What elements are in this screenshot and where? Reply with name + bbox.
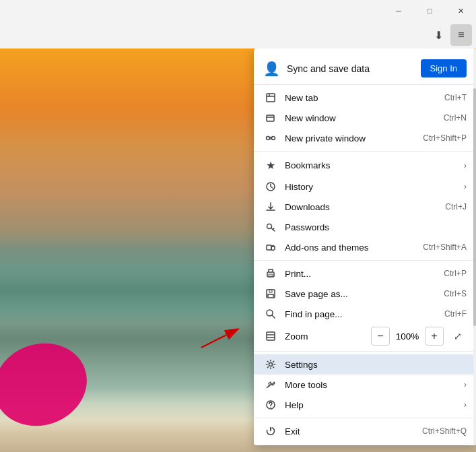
help-icon	[263, 399, 278, 410]
bookmarks-arrow: ›	[464, 161, 467, 170]
menu-item-help[interactable]: Help ›	[254, 395, 476, 415]
new-tab-icon	[263, 92, 278, 103]
menu-item-private-window[interactable]: New private window Ctrl+Shift+P	[254, 128, 476, 148]
new-window-icon	[263, 112, 278, 123]
svg-rect-3	[267, 94, 275, 102]
divider-1	[254, 151, 476, 152]
svg-point-0	[0, 331, 98, 439]
exit-icon	[263, 426, 278, 437]
svg-rect-15	[267, 245, 271, 250]
history-label: History	[285, 182, 458, 192]
save-page-label: Save page as...	[285, 289, 437, 299]
sync-icon: 👤	[263, 61, 280, 77]
menu-item-settings[interactable]: Settings	[254, 354, 476, 375]
private-window-shortcut: Ctrl+Shift+P	[423, 133, 467, 143]
zoom-row: Zoom − 100% + ⤢	[254, 324, 476, 348]
zoom-icon	[263, 331, 278, 342]
bookmarks-icon: ★	[263, 159, 278, 172]
download-button[interactable]: ⬇	[428, 24, 449, 46]
settings-label: Settings	[285, 360, 467, 370]
new-tab-shortcut: Ctrl+T	[444, 93, 467, 102]
sign-in-button[interactable]: Sign In	[421, 59, 467, 77]
sync-label: Sync and save data	[287, 63, 370, 74]
zoom-controls: − 100% + ⤢	[371, 327, 467, 346]
divider-2	[254, 260, 476, 261]
help-label: Help	[285, 400, 458, 410]
passwords-label: Passwords	[285, 222, 467, 232]
svg-point-9	[272, 137, 275, 140]
zoom-expand-button[interactable]: ⤢	[449, 327, 467, 345]
title-bar: ─ □ ✕	[0, 0, 476, 22]
menu-item-more-tools[interactable]: More tools ›	[254, 375, 476, 395]
new-window-label: New window	[285, 113, 437, 123]
browser-content: www.kkx.net 👤 Sync and save data Sign In…	[0, 49, 476, 452]
menu-item-print[interactable]: Print... Ctrl+P	[254, 263, 476, 284]
history-icon	[263, 181, 278, 192]
menu-item-exit[interactable]: Exit Ctrl+Shift+Q	[254, 421, 476, 441]
print-label: Print...	[285, 269, 437, 279]
passwords-icon	[263, 222, 278, 232]
find-icon	[263, 309, 278, 319]
menu-item-new-window[interactable]: New window Ctrl+N	[254, 108, 476, 128]
menu-item-save-page[interactable]: Save page as... Ctrl+S	[254, 284, 476, 304]
menu-scrollbar-thumb	[473, 88, 476, 326]
svg-rect-22	[267, 332, 275, 340]
menu-item-new-tab[interactable]: New tab Ctrl+T	[254, 88, 476, 108]
svg-point-8	[267, 137, 270, 140]
hamburger-icon: ≡	[458, 29, 464, 41]
minimize-button[interactable]: ─	[383, 0, 414, 22]
print-icon	[263, 268, 278, 279]
downloads-label: Downloads	[285, 202, 438, 212]
save-page-shortcut: Ctrl+S	[444, 289, 467, 298]
more-tools-arrow: ›	[464, 380, 467, 389]
addons-icon	[263, 242, 278, 253]
svg-point-25	[269, 363, 273, 366]
menu-item-downloads[interactable]: Downloads Ctrl+J	[254, 197, 476, 217]
menu-item-bookmarks[interactable]: ★ Bookmarks ›	[254, 154, 476, 176]
exit-shortcut: Ctrl+Shift+Q	[422, 426, 467, 436]
more-tools-icon	[263, 379, 278, 390]
help-arrow: ›	[464, 400, 467, 410]
exit-label: Exit	[285, 426, 415, 437]
zoom-out-button[interactable]: −	[371, 327, 390, 346]
zoom-in-button[interactable]: +	[425, 327, 444, 346]
private-window-icon	[263, 133, 278, 143]
pink-shape	[0, 317, 135, 452]
menu-button[interactable]: ≡	[450, 24, 472, 46]
history-arrow: ›	[464, 182, 467, 191]
download-icon: ⬇	[434, 29, 443, 42]
menu-item-passwords[interactable]: Passwords	[254, 217, 476, 237]
addons-label: Add-ons and themes	[285, 243, 416, 253]
menu-item-history[interactable]: History ›	[254, 176, 476, 197]
dropdown-menu: 👤 Sync and save data Sign In New tab Ctr…	[254, 49, 476, 445]
menu-scrollbar	[473, 49, 476, 445]
arrow-indicator	[199, 317, 239, 358]
downloads-icon	[263, 201, 278, 212]
sync-left: 👤 Sync and save data	[263, 61, 370, 77]
svg-line-14	[273, 228, 274, 230]
find-shortcut: Ctrl+F	[444, 309, 467, 319]
private-window-label: New private window	[285, 133, 416, 143]
settings-icon	[263, 359, 278, 370]
find-label: Find in page...	[285, 309, 438, 319]
more-tools-label: More tools	[285, 380, 458, 390]
zoom-label: Zoom	[285, 331, 371, 342]
save-page-icon	[263, 288, 278, 299]
divider-3	[254, 351, 476, 352]
zoom-percent: 100%	[395, 331, 419, 342]
print-shortcut: Ctrl+P	[444, 269, 467, 278]
svg-line-2	[201, 335, 227, 348]
svg-point-27	[270, 407, 271, 408]
toolbar: ⬇ ≡	[0, 22, 476, 49]
close-button[interactable]: ✕	[445, 0, 476, 22]
menu-item-find[interactable]: Find in page... Ctrl+F	[254, 304, 476, 324]
sync-section: 👤 Sync and save data Sign In	[254, 53, 476, 85]
svg-rect-17	[269, 274, 273, 276]
addons-shortcut: Ctrl+Shift+A	[423, 243, 467, 252]
new-tab-label: New tab	[285, 93, 438, 103]
svg-rect-6	[267, 115, 274, 121]
menu-item-addons[interactable]: Add-ons and themes Ctrl+Shift+A	[254, 237, 476, 257]
divider-4	[254, 418, 476, 418]
maximize-button[interactable]: □	[414, 0, 445, 22]
bookmarks-label: Bookmarks	[285, 160, 458, 170]
